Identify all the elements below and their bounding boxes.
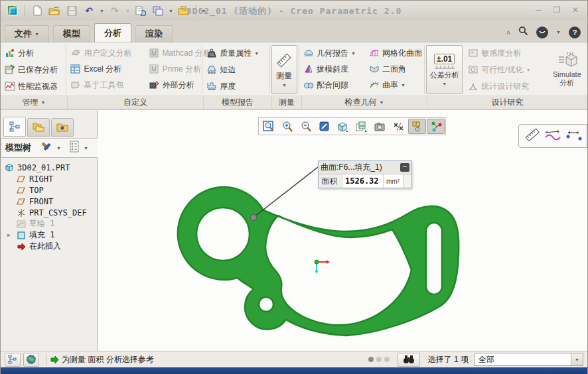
- group-label-manage[interactable]: 管理▼: [1, 96, 68, 109]
- draft-analysis-button[interactable]: 拔模斜度: [301, 61, 366, 77]
- feasibility-button[interactable]: 可行性/优化 ▼: [465, 62, 545, 78]
- prime-analysis-button[interactable]: M Prime 分析: [146, 61, 202, 77]
- collapse-ribbon-icon[interactable]: ˄: [506, 29, 510, 36]
- redo-button[interactable]: ↷: [108, 4, 121, 17]
- regenerate-button[interactable]: [134, 4, 147, 17]
- tolerance-caret[interactable]: ▼: [442, 82, 447, 86]
- web-browser-button[interactable]: [23, 353, 39, 367]
- saved-orientations-button[interactable]: AB: [352, 119, 370, 134]
- refit-button[interactable]: [315, 119, 333, 134]
- measure-angle-icon[interactable]: [587, 127, 587, 145]
- short-edge-button[interactable]: 短边: [204, 62, 267, 78]
- community-icon[interactable]: [536, 27, 548, 38]
- performance-monitor-button[interactable]: 性能监视器: [2, 78, 64, 94]
- creo-logo-icon[interactable]: [6, 4, 19, 17]
- ribbon-tab-row: 文件 ▼ 模型 分析 渲染 ˄ ▼ ?: [1, 21, 587, 42]
- prime-analysis-label: Prime 分析: [162, 64, 201, 75]
- zoom-region-button[interactable]: [259, 119, 277, 134]
- clearance-button[interactable]: 配合间隙: [301, 77, 366, 93]
- tree-item-top[interactable]: TOP: [1, 184, 97, 196]
- external-analysis-button[interactable]: 外部分析: [146, 77, 202, 93]
- simulate-analysis-button[interactable]: Simulate 分析: [548, 45, 586, 94]
- tree-item-insert-here[interactable]: 在此插入: [1, 241, 97, 252]
- tree-item-csys[interactable]: PRT_CSYS_DEF: [1, 207, 97, 218]
- tree-settings-caret[interactable]: ▼: [84, 146, 88, 151]
- measure-caret[interactable]: ▼: [282, 83, 287, 88]
- annotation-display-button[interactable]: Z: [408, 119, 426, 134]
- mass-properties-caret[interactable]: ▼: [254, 51, 259, 56]
- tolerance-analysis-button[interactable]: ±.01 公差分析 ▼: [426, 45, 463, 94]
- statistical-study-button[interactable]: 统计设计研究: [465, 78, 545, 94]
- view-manager-button[interactable]: [371, 119, 389, 134]
- mesh-surface-button[interactable]: 网格化曲面: [366, 45, 423, 61]
- thickness-button[interactable]: 厚度: [204, 78, 267, 94]
- mass-properties-button[interactable]: K1 质量属性 ▼: [204, 45, 267, 61]
- tree-tools-caret[interactable]: ▼: [56, 146, 61, 151]
- geometry-report-caret[interactable]: ▼: [351, 51, 356, 56]
- group-label-inspect[interactable]: 检查几何▼: [302, 96, 427, 109]
- taskbar-strip: [1, 367, 587, 374]
- saved-analysis-button[interactable]: 已保存分析: [2, 62, 64, 78]
- tree-item-sketch[interactable]: 草绘 1: [1, 218, 97, 229]
- close-button[interactable]: ✕: [570, 5, 581, 15]
- measure-distance-icon[interactable]: [565, 127, 583, 145]
- measure-button[interactable]: 测量 ▼: [271, 45, 297, 94]
- short-edge-label: 短边: [220, 64, 236, 76]
- tab-analysis[interactable]: 分析: [94, 23, 131, 42]
- zoom-out-button[interactable]: [297, 119, 315, 134]
- graphics-canvas[interactable]: AB Z 曲面:F6...填充_1) − 面积: [98, 110, 587, 351]
- curvature-caret[interactable]: ▼: [401, 83, 405, 88]
- model-tree-tab[interactable]: [3, 117, 26, 137]
- help-icon[interactable]: ?: [569, 27, 581, 38]
- collapse-annotation-button[interactable]: −: [400, 163, 409, 172]
- measure-result-annotation[interactable]: 曲面:F6...填充_1) − 面积 1526.32 mm²: [318, 160, 412, 188]
- filter-dropdown-button[interactable]: ▼: [571, 353, 583, 365]
- find-button[interactable]: [398, 353, 420, 367]
- minimize-button[interactable]: ─: [533, 5, 544, 15]
- search-icon[interactable]: [518, 26, 528, 38]
- tab-render[interactable]: 渲染: [135, 25, 173, 42]
- expand-caret-icon[interactable]: ▶: [7, 232, 13, 238]
- redo-dropdown-caret[interactable]: ▼: [125, 9, 130, 13]
- curvature-button[interactable]: 曲率 ▼: [366, 77, 423, 93]
- window-controls: ─ ❐ ✕: [533, 5, 581, 15]
- undo-dropdown-caret[interactable]: ▼: [100, 9, 104, 13]
- excel-analysis-button[interactable]: Excel 分析: [68, 61, 146, 77]
- tree-item-part[interactable]: 3D02_01.PRT: [1, 162, 97, 173]
- toolkit-analysis-button[interactable]: 基于工具包: [68, 77, 146, 93]
- toggle-navigator-button[interactable]: [5, 353, 21, 367]
- windows-dropdown-caret[interactable]: ▼: [169, 9, 173, 13]
- tab-model[interactable]: 模型: [53, 25, 90, 42]
- tree-settings-icon[interactable]: [69, 141, 80, 155]
- spin-center-button[interactable]: [427, 119, 445, 134]
- folder-browser-tab[interactable]: [27, 118, 50, 137]
- undo-button[interactable]: ↶: [82, 4, 96, 17]
- status-bar: 为测量 面积 分析选择参考 选择了 1 项 全部 ▼: [1, 351, 587, 367]
- tree-item-front[interactable]: FRONT: [1, 196, 97, 207]
- favorites-tab[interactable]: [51, 118, 74, 137]
- udf-analysis-button[interactable]: 用户定义分析: [68, 45, 146, 61]
- selection-filter-combo[interactable]: 全部 ▼: [474, 353, 583, 366]
- community-dropdown-caret[interactable]: ▼: [556, 30, 561, 34]
- new-file-button[interactable]: [31, 4, 44, 17]
- tab-file[interactable]: 文件 ▼: [5, 25, 49, 42]
- tree-tools-icon[interactable]: [40, 141, 52, 155]
- tree-item-fill[interactable]: ▶ 填充 1: [1, 229, 97, 241]
- sensitivity-button[interactable]: 敏感度分析: [465, 45, 545, 61]
- feasibility-caret[interactable]: ▼: [526, 68, 531, 72]
- analysis-button[interactable]: 分析: [2, 45, 64, 61]
- dihedral-button[interactable]: 二面角: [366, 61, 423, 77]
- windows-button[interactable]: [151, 4, 165, 17]
- geometry-report-button[interactable]: 几何报告 ▼: [301, 45, 366, 61]
- tab-row-utilities: ˄ ▼ ?: [506, 26, 581, 38]
- zoom-in-button[interactable]: [278, 119, 296, 134]
- restore-button[interactable]: ❐: [551, 5, 562, 15]
- mathcad-analysis-button[interactable]: M Mathcad 分析: [146, 45, 202, 61]
- measure-curve-icon[interactable]: [544, 127, 561, 145]
- tree-item-right[interactable]: RIGHT: [1, 173, 97, 184]
- save-button[interactable]: [65, 4, 78, 17]
- open-file-button[interactable]: [48, 4, 61, 17]
- display-style-button[interactable]: [334, 119, 352, 134]
- measure-length-icon[interactable]: [524, 127, 540, 145]
- datum-display-filters-button[interactable]: [390, 119, 407, 134]
